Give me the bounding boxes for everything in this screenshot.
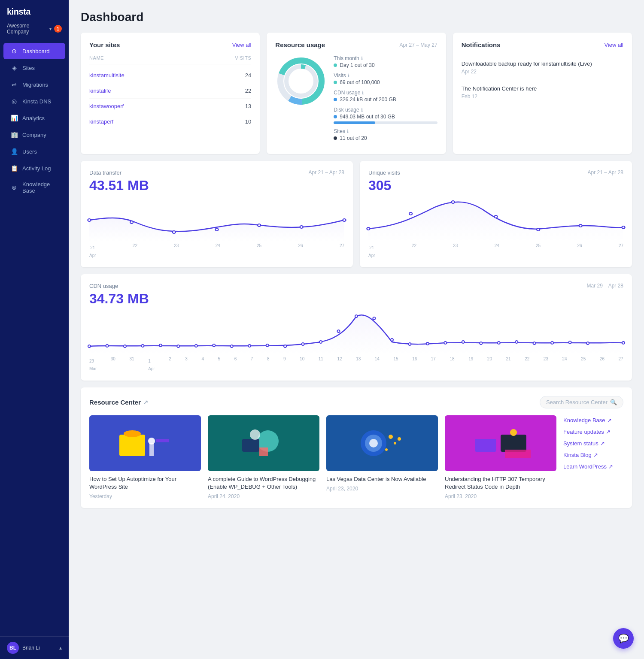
resource-usage-card: Resource usage Apr 27 – May 27 — [267, 33, 446, 154]
cdn-usage-chart — [89, 312, 623, 355]
site-visits: 13 — [245, 103, 251, 109]
resource-center-links: Knowledge Base ↗ Feature updates ↗ Syste… — [563, 415, 623, 499]
info-icon[interactable]: ℹ — [361, 56, 363, 61]
sidebar-item-knowledge-base[interactable]: ⊚ Knowledge Base — [3, 177, 65, 198]
svg-point-62 — [394, 442, 396, 444]
site-link[interactable]: kinstamultisite — [89, 72, 125, 79]
svg-point-68 — [510, 429, 517, 436]
svg-rect-66 — [501, 435, 526, 452]
resource-usage-title: Resource usage — [275, 41, 325, 48]
notif-date: Feb 12 — [462, 94, 623, 100]
stat-visits-label: Visits ℹ — [334, 73, 437, 79]
svg-point-10 — [300, 226, 303, 228]
unique-visits-title: Unique visits — [368, 169, 400, 176]
site-row: kinstawooperf13 — [89, 99, 251, 114]
svg-point-41 — [480, 342, 482, 345]
disk-progress-bar — [334, 121, 437, 124]
visits-info-icon[interactable]: ℹ — [348, 73, 349, 79]
stat-cdn: CDN usage ℹ 326.24 kB out of 200 GB — [334, 90, 437, 103]
svg-point-18 — [622, 226, 625, 229]
chat-button[interactable]: 💬 — [613, 628, 634, 649]
rc-link-feature-updates[interactable]: Feature updates ↗ — [563, 429, 623, 435]
disk-info-icon[interactable]: ℹ — [361, 107, 363, 113]
sidebar-item-users[interactable]: 👤 Users — [3, 143, 65, 160]
search-icon: 🔍 — [610, 399, 617, 405]
sites-table-header: NAME VISITS — [89, 55, 251, 64]
company-selector[interactable]: Awesome Company ▾ 1 — [0, 20, 69, 41]
svg-point-47 — [586, 342, 589, 345]
unique-visits-value: 305 — [368, 178, 623, 193]
sidebar-item-activity-log[interactable]: 📋 Activity Log — [3, 160, 65, 176]
your-sites-card: Your sites View all NAME VISITS kinstamu… — [81, 33, 260, 154]
sidebar-label-users: Users — [22, 148, 37, 155]
cdn-info-icon[interactable]: ℹ — [362, 90, 364, 96]
top-row: Your sites View all NAME VISITS kinstamu… — [81, 33, 632, 154]
unique-visits-labels: 21Apr 22 23 24 25 26 27 — [368, 243, 623, 259]
svg-point-5 — [88, 219, 91, 221]
sidebar-item-analytics[interactable]: 📊 Analytics — [3, 110, 65, 126]
sidebar-item-kinsta-dns[interactable]: ◎ Kinsta DNS — [3, 93, 65, 109]
svg-point-16 — [537, 228, 540, 231]
svg-point-17 — [579, 224, 582, 227]
resource-stats: This month ℹ Day 1 out of 30 Visits ℹ — [334, 55, 437, 145]
notifications-view-all[interactable]: View all — [604, 42, 623, 48]
site-link[interactable]: kinstawooperf — [89, 103, 124, 109]
site-link[interactable]: kinstaperf — [89, 118, 113, 125]
svg-rect-65 — [475, 439, 496, 452]
svg-point-26 — [213, 344, 215, 347]
notif-date: Apr 22 — [462, 69, 623, 75]
sidebar-item-company[interactable]: 🏢 Company — [3, 127, 65, 143]
rc-link-system-status[interactable]: System status ↗ — [563, 440, 623, 447]
stat-this-month-value: Day 1 out of 30 — [334, 62, 437, 68]
rc-article-3: Understanding the HTTP 307 Temporary Red… — [445, 415, 556, 499]
sidebar-label-knowledge-base: Knowledge Base — [22, 181, 58, 194]
stat-visits-value: 69 out of 100,000 — [334, 79, 437, 85]
svg-point-64 — [385, 448, 388, 451]
rc-link-learn-wordpress[interactable]: Learn WordPress ↗ — [563, 463, 623, 470]
logo-area: kinsta — [0, 0, 69, 20]
sidebar-item-dashboard[interactable]: ⊙ Dashboard — [3, 43, 65, 59]
data-transfer-chart — [89, 199, 344, 242]
data-transfer-date: Apr 21 – Apr 28 — [309, 169, 344, 175]
stat-disk: Disk usage ℹ 949.03 MB out of 30 GB — [334, 107, 437, 124]
resource-center-title: Resource Center ↗ — [89, 399, 148, 406]
rc-link-knowledge-base[interactable]: Knowledge Base ↗ — [563, 417, 623, 423]
site-link[interactable]: kinstalife — [89, 88, 111, 94]
sidebar-label-dashboard: Dashboard — [22, 48, 50, 54]
user-profile[interactable]: BL Brian Li — [7, 642, 40, 654]
sites-info-icon[interactable]: ℹ — [347, 129, 349, 134]
sidebar-footer: BL Brian Li ▴ — [0, 636, 69, 659]
stat-sites-value: 11 out of 20 — [334, 135, 437, 141]
svg-point-28 — [248, 345, 251, 347]
notification-item: Downloadable backup ready for kinstamult… — [462, 55, 623, 80]
svg-rect-49 — [119, 435, 145, 456]
charts-row: Data transfer Apr 21 – Apr 28 43.51 MB — [81, 161, 632, 267]
users-icon: 👤 — [10, 148, 18, 155]
stat-disk-label: Disk usage ℹ — [334, 107, 437, 113]
rc-link-kinsta-blog[interactable]: Kinsta Blog ↗ — [563, 452, 623, 458]
sidebar-label-migrations: Migrations — [22, 82, 48, 88]
cdn-usage-card: CDN usage Mar 29 – Apr 28 34.73 MB — [81, 274, 632, 381]
resource-center-search[interactable]: Search Resource Center 🔍 — [540, 396, 623, 408]
chat-icon: 💬 — [618, 633, 629, 644]
rc-article-title-0: How to Set Up Autoptimize for Your WordP… — [89, 475, 201, 491]
rc-article-date-1: April 24, 2020 — [208, 493, 319, 499]
your-sites-view-all[interactable]: View all — [232, 42, 252, 48]
site-visits: 22 — [245, 88, 251, 94]
stat-this-month: This month ℹ Day 1 out of 30 — [334, 55, 437, 68]
svg-point-25 — [195, 345, 197, 347]
stat-sites-label: Sites ℹ — [334, 128, 437, 134]
svg-point-20 — [106, 345, 108, 347]
rc-article-0: How to Set Up Autoptimize for Your WordP… — [89, 415, 201, 499]
avatar: BL — [7, 642, 19, 654]
svg-rect-55 — [242, 439, 259, 452]
svg-point-43 — [515, 341, 518, 343]
svg-point-50 — [124, 430, 141, 437]
svg-point-36 — [391, 339, 393, 341]
site-row: kinstalife22 — [89, 83, 251, 99]
sidebar-item-migrations[interactable]: ⇌ Migrations — [3, 76, 65, 93]
rc-article-image-1 — [208, 415, 319, 471]
external-link-0: ↗ — [607, 417, 612, 423]
sidebar-item-sites[interactable]: ◈ Sites — [3, 60, 65, 76]
resource-usage-date: Apr 27 – May 27 — [400, 42, 437, 48]
